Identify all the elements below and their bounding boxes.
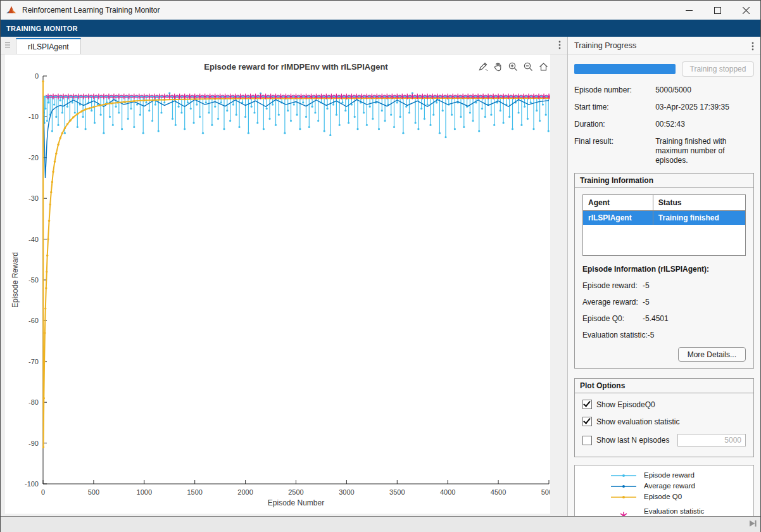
plot-options-card: Plot Options Show EpisodeQ0 Show evaluat…	[574, 378, 754, 457]
toolstrip: TRAINING MONITOR	[1, 20, 760, 37]
x-tick-label: 1000	[137, 488, 152, 496]
duration-label: Duration:	[574, 120, 655, 129]
legend-label: Average reward	[644, 482, 695, 490]
training-figure[interactable]: Episode reward for rIMDPEnv with rILSPIA…	[5, 54, 550, 514]
training-stopped-button[interactable]: Training stopped	[682, 61, 754, 77]
legend-label: Episode reward	[644, 471, 695, 479]
episode-number-value: 5000/5000	[655, 86, 754, 95]
x-tick-label: 500	[88, 488, 99, 496]
collapse-panel-icon[interactable]	[749, 519, 757, 529]
evaluation-statistic-swatch	[610, 510, 638, 516]
legend-item-episode-reward: Episode reward	[575, 470, 753, 481]
agent-cell: rILSPIAgent	[583, 211, 653, 225]
episode-reward-series	[44, 93, 549, 137]
average-reward-swatch	[610, 483, 638, 490]
episode-q0-value: -5.4501	[643, 314, 669, 323]
training-progress-menu-button[interactable]	[752, 42, 754, 53]
x-tick-label: 0	[41, 488, 45, 496]
agents-table: Agent Status rILSPIAgent Training finish…	[582, 194, 746, 256]
training-progress-bar	[574, 64, 676, 74]
show-episodeq0-label: Show EpisodeQ0	[596, 400, 655, 409]
document-panel-menu-button[interactable]	[558, 41, 561, 51]
y-tick-label: -40	[28, 236, 39, 243]
episode-number-row: Episode number: 5000/5000	[574, 86, 754, 95]
final-result-value: Training finished with maximum number of…	[655, 137, 754, 165]
show-evaluation-statistic-label: Show evaluation statistic	[596, 417, 679, 426]
y-tick-label: -80	[28, 398, 39, 406]
show-last-n-episodes-row: Show last N episodes	[582, 434, 746, 446]
final-result-label: Final result:	[574, 137, 655, 165]
episode-q0-series	[43, 81, 549, 447]
edit-plot-icon[interactable]	[477, 61, 488, 72]
episode-reward-label: Episode reward:	[582, 281, 643, 290]
y-tick-label: -100	[25, 480, 39, 488]
duration-value: 00:52:43	[655, 120, 754, 129]
episode-q0-label: Episode Q0:	[582, 314, 643, 323]
y-tick-label: -30	[28, 194, 39, 202]
minimize-button[interactable]	[675, 1, 703, 20]
training-information-title: Training Information	[575, 174, 753, 188]
y-axis-label: Episode Reward	[11, 252, 20, 308]
tab-list-grip-icon[interactable]	[4, 41, 11, 51]
show-episodeq0-row: Show EpisodeQ0	[582, 400, 746, 409]
training-information-card: Training Information Agent Status	[574, 173, 754, 369]
x-tick-label: 5000	[541, 488, 550, 496]
episode-information-title: Episode Information (rILSPIAgent):	[582, 265, 746, 274]
show-evaluation-statistic-checkbox[interactable]	[582, 417, 592, 426]
episode-number-label: Episode number:	[574, 86, 655, 95]
close-button[interactable]	[732, 1, 760, 20]
status-column-header: Status	[653, 195, 745, 211]
x-tick-label: 4000	[440, 488, 455, 496]
average-reward-label: Average reward:	[582, 298, 643, 307]
tab-training-monitor[interactable]: TRAINING MONITOR	[1, 25, 84, 32]
x-axis-label: Episode Number	[268, 498, 324, 507]
last-n-episodes-input[interactable]	[677, 434, 746, 446]
legend-item-evaluation-statistic: Evaluation statistic (MeanEpisodeReward)	[575, 506, 753, 516]
x-tick-label: 3000	[339, 488, 354, 496]
legend-item-episode-q0: Episode Q0	[575, 491, 753, 502]
start-time-label: Start time:	[574, 103, 655, 112]
table-row[interactable]: rILSPIAgent Training finished	[583, 211, 746, 225]
x-tick-label: 4500	[491, 488, 506, 496]
tab-rilspiagent[interactable]: rILSPIAgent	[16, 38, 81, 54]
document-panel: rILSPIAgent	[1, 37, 568, 516]
show-episodeq0-checkbox[interactable]	[582, 400, 592, 409]
agent-column-header: Agent	[583, 195, 653, 211]
average-reward-row: Average reward: -5	[582, 298, 746, 307]
legend-label: Evaluation statistic (MeanEpisodeReward)	[644, 507, 719, 516]
start-time-row: Start time: 03-Apr-2025 17:39:35	[574, 103, 754, 112]
right-panel-title: Training Progress	[574, 41, 636, 50]
episode-q0-swatch	[610, 493, 638, 501]
episode-reward-row: Episode reward: -5	[582, 281, 746, 290]
x-tick-label: 2500	[288, 488, 303, 496]
zoom-out-icon[interactable]	[522, 61, 534, 72]
x-tick-label: 3500	[389, 488, 405, 496]
y-tick-label: -50	[28, 276, 39, 284]
training-progress-bar-fill	[574, 64, 676, 74]
episode-q0-row: Episode Q0: -5.4501	[582, 314, 746, 323]
chart-legend: Episode reward Average reward	[574, 465, 754, 516]
y-tick-label: 0	[35, 72, 39, 80]
x-tick-label: 1500	[187, 488, 202, 496]
y-tick-label: -60	[28, 317, 39, 324]
app-window: Reinforcement Learning Training Monitor …	[0, 0, 761, 532]
tab-label: rILSPIAgent	[28, 42, 69, 51]
status-bar	[1, 516, 760, 532]
show-last-n-episodes-checkbox[interactable]	[582, 436, 592, 445]
table-empty-area	[583, 225, 746, 256]
start-time-value: 03-Apr-2025 17:39:35	[655, 103, 754, 112]
y-tick-label: -90	[28, 440, 39, 447]
maximize-button[interactable]	[703, 1, 732, 20]
plot-options-title: Plot Options	[575, 379, 753, 393]
legend-label: Episode Q0	[644, 493, 682, 501]
pan-icon[interactable]	[492, 61, 503, 72]
document-tabstrip: rILSPIAgent	[1, 37, 567, 54]
evaluation-statistic-row: Evaluation statistic: -5	[582, 331, 746, 339]
zoom-in-icon[interactable]	[507, 61, 519, 72]
average-reward-value: -5	[643, 298, 650, 307]
home-icon[interactable]	[538, 61, 549, 72]
reward-chart[interactable]: Episode reward for rIMDPEnv with rILSPIA…	[5, 54, 550, 512]
window-title: Reinforcement Learning Training Monitor	[22, 6, 160, 15]
more-details-button[interactable]: More Details...	[678, 347, 746, 362]
show-last-n-episodes-label: Show last N episodes	[596, 436, 669, 445]
